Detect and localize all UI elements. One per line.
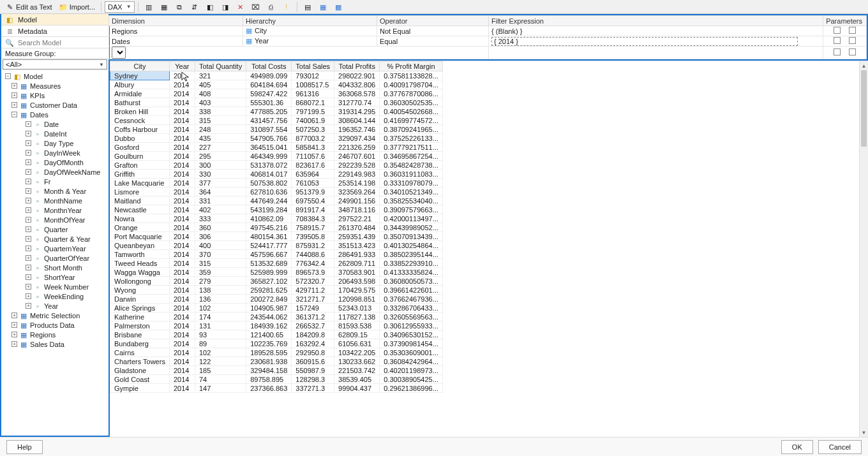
grid-cell[interactable]: 0.34096530152...	[380, 330, 443, 339]
grid-cell[interactable]: 406814.017	[246, 170, 292, 179]
grid-cell[interactable]: 2014	[169, 295, 195, 304]
scroll-thumb[interactable]	[861, 70, 867, 147]
grid-cell[interactable]: 0.39661422601...	[380, 286, 443, 295]
grid-cell[interactable]: 402	[195, 205, 246, 214]
grid-cell[interactable]: Queanbeyan	[110, 241, 170, 250]
grid-cell[interactable]: Gympie	[110, 384, 170, 393]
grid-cell[interactable]: 333	[195, 214, 246, 223]
grid-cell[interactable]: 237366.863	[246, 384, 292, 393]
grid-row[interactable]: Griffith2014330406814.017635964229149.98…	[110, 170, 443, 179]
tree-node[interactable]: +▫Short Month	[3, 263, 107, 272]
grid-cell[interactable]: 2014	[169, 348, 195, 357]
grid-cell[interactable]: 89758.895	[246, 375, 292, 384]
grid-row[interactable]: Wagga Wagga2014359525989.999896573.93705…	[110, 268, 443, 277]
grid-cell[interactable]: 0.33286706433...	[380, 304, 443, 313]
grid-cell[interactable]: 0.33852293910...	[380, 259, 443, 268]
grid-cell[interactable]: Alice Springs	[110, 304, 170, 313]
grid-cell[interactable]: Gold Coast	[110, 375, 170, 384]
scroll-up-icon[interactable]: ▲	[860, 61, 868, 70]
grid-cell[interactable]: 951379.9	[292, 188, 334, 196]
grid-cell[interactable]: 0.33310978079...	[380, 179, 443, 188]
tree-node[interactable]: +▫DayOfMonth	[3, 158, 107, 167]
grid-cell[interactable]: 359	[195, 268, 246, 277]
grid-cell[interactable]: 2014	[169, 384, 195, 393]
grid-cell[interactable]: 185	[195, 366, 246, 375]
grid-cell[interactable]: 776342.4	[292, 259, 334, 268]
grid-cell[interactable]: 0.42000113497...	[380, 214, 443, 223]
grid-cell[interactable]: 360915.6	[292, 357, 334, 366]
tool-icon-2[interactable]: ▦	[157, 1, 171, 13]
expand-icon[interactable]: +	[11, 102, 17, 108]
expand-icon[interactable]: +	[11, 332, 17, 337]
expand-icon[interactable]: +	[26, 179, 31, 184]
grid-row[interactable]: Darwin2014136200272.849321271.7120998.85…	[110, 295, 443, 304]
expand-icon[interactable]: +	[11, 313, 17, 318]
grid-cell[interactable]: Orange	[110, 223, 170, 232]
grid-cell[interactable]: 201	[169, 71, 195, 80]
grid-cell[interactable]: 229149.983	[334, 170, 380, 179]
grid-row[interactable]: Gladstone2014185329484.158550987.9221503…	[110, 366, 443, 375]
grid-row[interactable]: Wollongong2014279365827.102572320.720649…	[110, 277, 443, 286]
grid-cell[interactable]: Cairns	[110, 348, 170, 357]
grid-cell[interactable]: 122	[195, 357, 246, 366]
tool-icon-13[interactable]: ▩	[331, 1, 345, 13]
grid-cell[interactable]: 370	[195, 250, 246, 259]
grid-cell[interactable]: 321	[195, 71, 246, 80]
tree-node[interactable]: +▫WeekEnding	[3, 291, 107, 301]
expand-icon[interactable]: +	[26, 131, 31, 136]
grid-cell[interactable]: 585841.3	[292, 143, 334, 152]
grid-cell[interactable]: Katherine	[110, 313, 170, 321]
grid-cell[interactable]: 2014	[169, 98, 195, 107]
grid-cell[interactable]: 761053	[292, 179, 334, 188]
grid-cell[interactable]: 708384.3	[292, 214, 334, 223]
grid-cell[interactable]: 0.35070913439...	[380, 232, 443, 241]
grid-cell[interactable]: 740061.9	[292, 116, 334, 125]
tree-node[interactable]: +▫Month & Year	[3, 186, 107, 196]
grid-cell[interactable]: 877003.2	[292, 134, 334, 143]
tree-node[interactable]: +▫Quarter & Year	[3, 234, 107, 244]
grid-cell[interactable]: 249901.156	[334, 196, 380, 205]
grid-cell[interactable]: 0.39097579663...	[380, 205, 443, 214]
grid-row[interactable]: Charters Towers2014122230681.938360915.6…	[110, 357, 443, 366]
grid-cell[interactable]: 361371.2	[292, 313, 334, 321]
grid-cell[interactable]: 0.38709241965...	[380, 125, 443, 134]
tool-icon-1[interactable]: ▥	[142, 1, 156, 13]
tree-node[interactable]: +▫Fr	[3, 177, 107, 186]
grid-cell[interactable]: Darwin	[110, 295, 170, 304]
grid-cell[interactable]: 507250.3	[292, 125, 334, 134]
grid-cell[interactable]: Sydney	[110, 71, 170, 80]
grid-cell[interactable]: 130233.662	[334, 357, 380, 366]
grid-cell[interactable]: 230681.938	[246, 357, 292, 366]
grid-row[interactable]: Newcastle2014402543199.284891917.4348718…	[110, 205, 443, 214]
grid-cell[interactable]: Nowra	[110, 214, 170, 223]
grid-cell[interactable]: 0.36080050573...	[380, 277, 443, 286]
grid-cell[interactable]: 99904.437	[334, 384, 380, 393]
grid-row[interactable]: Port Macquarie2014306480154.361739505.82…	[110, 232, 443, 241]
grid-header[interactable]: Total Quantity	[195, 62, 246, 71]
grid-cell[interactable]: 227	[195, 143, 246, 152]
tree-node[interactable]: +▦KPIs	[3, 91, 107, 100]
grid-cell[interactable]: 0.37525226133...	[380, 134, 443, 143]
grid-cell[interactable]: 2014	[169, 152, 195, 161]
grid-cell[interactable]: 758915.7	[292, 223, 334, 232]
grid-cell[interactable]: 0.35825534040...	[380, 196, 443, 205]
grid-cell[interactable]: 321271.7	[292, 295, 334, 304]
parameter-checkbox[interactable]	[834, 27, 841, 34]
grid-cell[interactable]: 404332.806	[334, 80, 380, 89]
grid-cell[interactable]: 61056.631	[334, 339, 380, 348]
grid-cell[interactable]: 292950.8	[292, 348, 334, 357]
edit-as-text-button[interactable]: ✎ Edit as Text	[3, 1, 55, 13]
expand-icon[interactable]: +	[26, 226, 31, 232]
grid-cell[interactable]: 2014	[169, 241, 195, 250]
grid-row[interactable]: Tweed Heads2014315513532.689776342.42628…	[110, 259, 443, 268]
grid-cell[interactable]: 200272.849	[246, 295, 292, 304]
grid-cell[interactable]: 0.36031911083...	[380, 170, 443, 179]
grid-cell[interactable]: 0.40054502668...	[380, 107, 443, 116]
grid-cell[interactable]: 261370.484	[334, 223, 380, 232]
expand-icon[interactable]: +	[26, 198, 31, 203]
grid-cell[interactable]: 697550.4	[292, 196, 334, 205]
vertical-scrollbar[interactable]: ▲ ▼	[859, 61, 868, 437]
grid-cell[interactable]: Armidale	[110, 89, 170, 98]
grid-cell[interactable]: 2014	[169, 107, 195, 116]
grid-cell[interactable]: 297522.21	[334, 214, 380, 223]
